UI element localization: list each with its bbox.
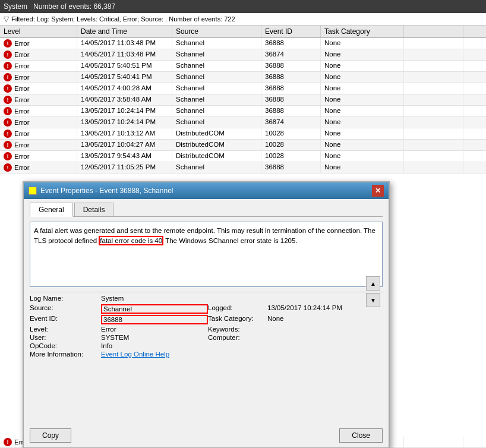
opcode-label: OpCode: (30, 342, 101, 349)
level-text: Error (14, 85, 30, 92)
eventid-cell: 36888 (261, 61, 321, 71)
table-row[interactable]: Error 14/05/2017 5:40:41 PM Schannel 368… (0, 72, 486, 83)
eventid-cell: 36888 (261, 106, 321, 116)
col-category[interactable]: Task Category (321, 26, 404, 37)
modal-close-x-button[interactable]: ✕ (372, 185, 384, 197)
category-cell: None (321, 83, 404, 94)
error-icon-bottom (4, 438, 12, 446)
close-button[interactable]: Close (339, 428, 383, 443)
col-extra (404, 26, 463, 37)
modal-dialog-icon (29, 187, 37, 195)
source-cell: Schannel (172, 49, 261, 60)
extra-cell (404, 151, 463, 162)
table-row[interactable]: Error 13/05/2017 10:24:14 PM Schannel 36… (0, 117, 486, 128)
table-row[interactable]: Error 13/05/2017 9:54:43 AM DistributedC… (0, 151, 486, 162)
eventid-cell: 36888 (261, 83, 321, 94)
error-icon (4, 62, 12, 70)
table-row[interactable]: Error 14/05/2017 5:40:51 PM Schannel 368… (0, 61, 486, 72)
table-row[interactable]: Error 14/05/2017 4:00:28 AM Schannel 368… (0, 83, 486, 94)
col-eventid[interactable]: Event ID (261, 26, 321, 37)
scroll-down-button[interactable]: ▼ (366, 293, 380, 307)
table-row[interactable]: Error 13/05/2017 10:24:14 PM Schannel 36… (0, 106, 486, 117)
logged-label: Logged: (208, 304, 267, 314)
level-text: Error (14, 119, 30, 126)
log-name-row: Log Name: System (30, 292, 383, 302)
level-cell: Error (0, 106, 77, 116)
source-row: Source: Schannel Logged: 13/05/2017 10:2… (30, 304, 383, 314)
extra-cell (404, 38, 463, 49)
table-header: Level Date and Time Source Event ID Task… (0, 26, 486, 38)
error-icon (4, 107, 12, 115)
event-details: Log Name: System Source: Schannel Logged… (30, 292, 383, 358)
eventid-value: 36888 (101, 315, 208, 324)
main-window: System Number of events: 66,387 ▽ Filter… (0, 0, 486, 448)
modal-tabs: General Details (30, 203, 383, 217)
eventid-label: Event ID: (30, 315, 101, 324)
category-cell: None (321, 94, 404, 105)
error-icon (4, 141, 12, 149)
extra-cell (404, 128, 463, 139)
error-icon (4, 51, 12, 59)
highlight-fatal-error: fatal error code is 40 (99, 236, 163, 245)
datetime-cell: 13/05/2017 10:24:14 PM (77, 117, 172, 128)
datetime-cell: 12/05/2017 11:05:25 PM (77, 162, 172, 173)
table-row[interactable]: Error 13/05/2017 10:04:27 AM Distributed… (0, 140, 486, 151)
error-icon (4, 118, 12, 127)
category-cell: None (321, 61, 404, 71)
extra-cell (404, 117, 463, 128)
log-name-label: Log Name: (30, 295, 101, 302)
level-text: Error (14, 62, 30, 70)
user-label: User: (30, 334, 101, 341)
tab-details[interactable]: Details (74, 203, 114, 216)
table-row[interactable]: Error 13/05/2017 10:13:12 AM Distributed… (0, 128, 486, 140)
eventid-row: Event ID: 36888 Task Category: None (30, 315, 383, 324)
table-body: Error 14/05/2017 11:03:48 PM Schannel 36… (0, 38, 486, 173)
event-log-link[interactable]: Event Log Online Help (101, 351, 383, 358)
source-cell: Schannel (172, 72, 261, 83)
source-cell: Schannel (172, 94, 261, 105)
extra-cell (404, 94, 463, 105)
eventid-cell: 36888 (261, 38, 321, 49)
source-cell: Schannel (172, 117, 261, 128)
title-bar: System Number of events: 66,387 (0, 0, 486, 13)
level-text: Error (14, 40, 30, 47)
extra-cell (404, 83, 463, 94)
extra-cell (404, 140, 463, 150)
level-cell: Error (0, 151, 77, 162)
table-row[interactable]: Error 14/05/2017 3:58:48 AM Schannel 368… (0, 94, 486, 106)
category-cell: None (321, 106, 404, 116)
modal-body: General Details A fatal alert was genera… (24, 199, 389, 362)
level-text: Error (14, 164, 30, 171)
table-row[interactable]: Error 14/05/2017 11:03:48 PM Schannel 36… (0, 38, 486, 49)
level-text: Error (14, 130, 30, 137)
keywords-label: Keywords: (208, 326, 267, 333)
col-source[interactable]: Source (172, 26, 261, 37)
level-text: Error (14, 141, 30, 149)
datetime-cell: 13/05/2017 10:04:27 AM (77, 140, 172, 150)
tab-general[interactable]: General (30, 203, 73, 217)
level-cell: Error (0, 38, 77, 49)
scroll-up-button[interactable]: ▲ (366, 276, 380, 291)
computer-value (267, 334, 383, 341)
datetime-cell: 14/05/2017 5:40:41 PM (77, 72, 172, 83)
level-cell: Error (0, 72, 77, 83)
category-cell: None (321, 72, 404, 83)
opcode-row: OpCode: Info (30, 342, 383, 349)
event-count: Number of events: 66,387 (33, 2, 115, 11)
datetime-cell: 14/05/2017 5:40:51 PM (77, 61, 172, 71)
level-text: Error (14, 153, 30, 160)
table-row[interactable]: Error 14/05/2017 11:03:48 PM Schannel 36… (0, 49, 486, 61)
copy-button[interactable]: Copy (30, 428, 71, 443)
event-description: A fatal alert was generated and sent to … (30, 222, 383, 287)
user-row: User: SYSTEM Computer: (30, 334, 383, 341)
datetime-cell: 14/05/2017 11:03:48 PM (77, 49, 172, 60)
level-cell: Error (0, 49, 77, 60)
eventid-cell: 36874 (261, 117, 321, 128)
source-value: Schannel (101, 304, 208, 314)
col-level[interactable]: Level (0, 26, 77, 37)
col-datetime[interactable]: Date and Time (77, 26, 172, 37)
extra-cell (404, 61, 463, 71)
table-row[interactable]: Error 12/05/2017 11:05:25 PM Schannel 36… (0, 162, 486, 173)
source-cell: DistributedCOM (172, 151, 261, 162)
source-cell: Schannel (172, 106, 261, 116)
